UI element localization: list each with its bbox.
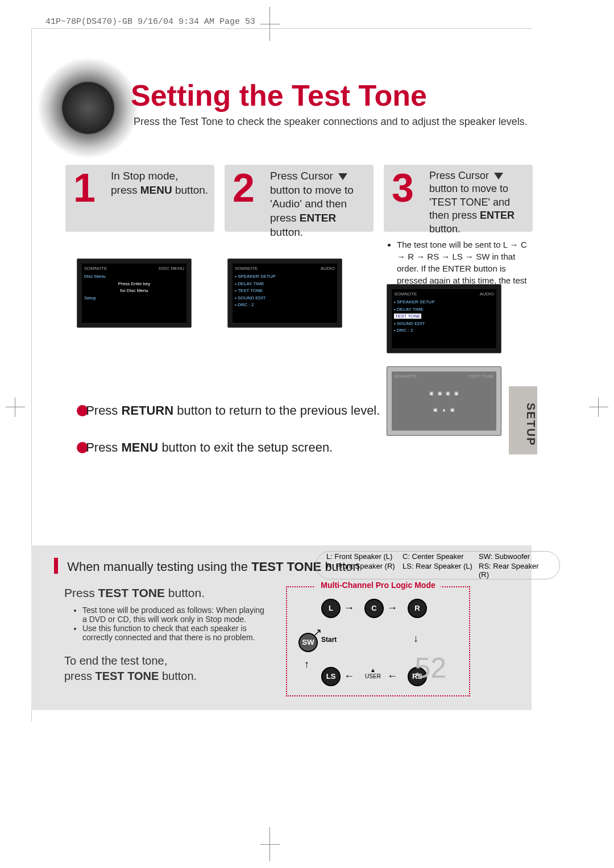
setup-section-tab: SETUP [509,386,537,454]
register-mark [589,398,608,417]
user-icon: ▲USER [364,667,381,679]
step-3: 3 Press Cursor button to move to 'TEST T… [384,165,533,232]
page-number: 52 [414,652,446,685]
sub-heading: When manually testing using the TEST TON… [54,558,360,574]
diagram-title: Multi-Channel Pro Logic Mode [315,581,441,590]
speaker-ls-icon: LS [321,667,341,686]
step-number: 1 [73,168,96,208]
crop-mark [31,28,532,29]
speaker-r-icon: R [408,599,427,618]
speaker-legend: L: Front Speaker (L) C: Center Speaker S… [316,551,560,579]
speaker-c-icon: C [364,599,384,618]
register-mark [266,7,274,41]
step-1: 1 In Stop mode, press MENU button. [65,165,214,232]
step-2: 2 Press Cursor button to move to 'Audio'… [225,165,374,232]
step-number: 2 [233,168,255,208]
start-label: Start [321,636,337,644]
cursor-down-icon [338,173,347,180]
osd-test-tone-screen: SOMNOTETEST TONE ▣ ▣ ▣ ▣ ▣ ▲ ▣ [387,366,501,436]
osd-audio-menu: SOMNOTEAUDIO • SPEAKER SETUP • DELAY TIM… [227,258,342,328]
step-number: 3 [392,168,414,208]
return-instruction: Press RETURN button to return to the pre… [77,403,380,418]
cursor-down-icon [494,173,503,180]
page-subtitle: Press the Test Tone to check the speaker… [134,116,528,128]
steps-row: 1 In Stop mode, press MENU button. 2 Pre… [65,165,533,232]
osd-audio-test-tone: SOMNOTEAUDIO • SPEAKER SETUP • DELAY TIM… [387,284,501,353]
step-text: In Stop mode, press MENU button. [111,169,210,197]
manual-test-panel: When manually testing using the TEST TON… [31,545,532,710]
osd-disc-menu: SOMNOTEDISC MENU Disc Menu Press Enter k… [77,258,192,328]
page-title: Setting the Test Tone [131,78,427,112]
register-mark [266,827,274,861]
print-header: 41P~78P(DS470)-GB 9/16/04 9:34 AM Page 5… [45,17,255,27]
end-test-tone: To end the test tone, press TEST TONE bu… [64,653,197,684]
test-tone-notes: Test tone will be produced as follows: W… [72,602,265,645]
press-test-tone: Press TEST TONE button. [64,586,205,600]
register-mark [6,398,25,417]
step-text: Press Cursor button to move to 'Audio' a… [270,169,369,239]
speaker-l-icon: L [321,599,341,618]
step-text: Press Cursor button to move to 'TEST TON… [429,169,528,236]
menu-instruction: Press MENU button to exit the setup scre… [77,440,333,455]
speaker-decoration [37,57,139,159]
